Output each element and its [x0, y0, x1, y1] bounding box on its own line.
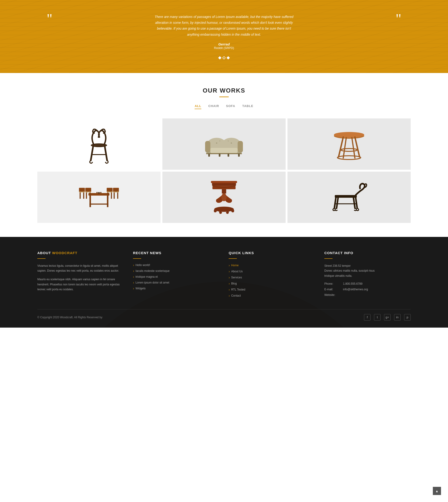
svg-point-19	[228, 140, 229, 141]
linkedin-icon[interactable]: in	[394, 314, 401, 320]
footer-bottom: © Copyright 2020 Woodcraft. All Rights R…	[37, 309, 411, 320]
svg-line-60	[336, 198, 338, 208]
svg-line-24	[343, 137, 346, 158]
news-item-5[interactable]: Widgets	[133, 287, 219, 290]
svg-line-59	[356, 198, 357, 208]
footer-about-title: ABOUT WOODCRAFT	[37, 251, 124, 255]
sofa-image	[175, 123, 273, 165]
svg-line-2	[91, 146, 93, 160]
quick-link-home[interactable]: Home	[229, 263, 315, 267]
contact-address: Street 238.52 tempor Donec ultrices matt…	[324, 263, 411, 279]
work-item-sofa[interactable]	[162, 119, 286, 170]
svg-point-16	[216, 142, 217, 144]
works-tabs: ALL CHAIR SOFA TABLE	[37, 104, 411, 109]
email-value: info@sktthemes.org	[343, 288, 368, 291]
footer-links-col: QUICK LINKS Home About Us Services Blog …	[229, 251, 315, 300]
footer-contact-underline	[324, 258, 333, 259]
footer-about-col: ABOUT WOODCRAFT Vivamus lectus ligula, c…	[37, 251, 124, 300]
news-item-1[interactable]: Hello world!	[133, 263, 219, 267]
testimonial-role: Reddit (SRPD)	[214, 46, 234, 50]
news-item-2[interactable]: Iaculis molestie scelerisque	[133, 269, 219, 273]
work-item-dining-set[interactable]	[37, 172, 160, 223]
footer-about-para2: Mauris eu scelerisque nibh. Aliquam vari…	[37, 277, 124, 292]
quick-link-contact[interactable]: Contact	[229, 294, 315, 298]
pinterest-icon[interactable]: p	[404, 314, 411, 320]
quick-link-services[interactable]: Services	[229, 276, 315, 279]
phone-value: 1.800.555.6789	[343, 282, 362, 285]
work-item-chair-ornate[interactable]	[37, 119, 160, 170]
svg-rect-9	[238, 141, 243, 152]
tab-chair[interactable]: CHAIR	[208, 104, 219, 109]
works-title-underline	[219, 96, 229, 97]
svg-rect-38	[86, 192, 87, 199]
contact-phone-row: Phone: 1.800.555.6789	[324, 282, 411, 285]
footer-copyright: © Copyright 2020 Woodcraft. All Rights R…	[37, 316, 102, 319]
svg-rect-12	[208, 153, 210, 157]
works-section: OUR WORKS ALL CHAIR SOFA TABLE	[0, 73, 448, 237]
work-item-table-round[interactable]	[288, 119, 411, 170]
svg-rect-46	[114, 192, 115, 199]
svg-rect-15	[238, 153, 240, 157]
svg-line-23	[355, 137, 360, 157]
dot-1[interactable]	[218, 56, 222, 60]
news-item-3[interactable]: tristique magna et	[133, 275, 219, 279]
svg-point-17	[219, 140, 220, 141]
chair-ornate-image	[50, 123, 148, 165]
pedestal-table-image	[175, 177, 273, 218]
tab-table[interactable]: TABLE	[242, 104, 253, 109]
news-item-4[interactable]: Lorem ipsum dolor sit amet	[133, 281, 219, 285]
work-item-bench-ornate[interactable]	[288, 172, 411, 223]
footer-grid: ABOUT WOODCRAFT Vivamus lectus ligula, c…	[37, 251, 411, 300]
svg-point-18	[231, 142, 232, 144]
facebook-icon[interactable]: f	[364, 314, 370, 320]
svg-rect-49	[96, 192, 97, 193]
svg-rect-42	[107, 192, 109, 199]
testimonial-author: Gerrad	[218, 42, 230, 46]
phone-label: Phone:	[324, 282, 341, 285]
svg-rect-54	[222, 189, 226, 194]
svg-line-25	[352, 137, 355, 158]
dining-set-image	[50, 177, 148, 218]
svg-rect-35	[83, 192, 84, 199]
svg-line-22	[338, 137, 343, 157]
testimonial-text: There are many variations of passages of…	[154, 14, 294, 38]
footer-news-underline	[133, 258, 141, 259]
bench-ornate-image	[300, 177, 398, 218]
email-label: E-mail:	[324, 288, 341, 291]
testimonial-dots	[219, 57, 229, 59]
contact-website-row: Website:	[324, 293, 411, 297]
dot-3[interactable]	[226, 56, 230, 60]
footer-social: f t g+ in p	[364, 314, 411, 320]
quick-link-rtl[interactable]: RTL Tested	[229, 288, 315, 291]
google-plus-icon[interactable]: g+	[384, 314, 391, 320]
svg-rect-34	[80, 192, 81, 199]
footer-section: ABOUT WOODCRAFT Vivamus lectus ligula, c…	[0, 237, 448, 328]
svg-rect-10	[210, 148, 238, 153]
footer-news-col: RECENT NEWS Hello world! Iaculis molesti…	[133, 251, 219, 300]
works-title: OUR WORKS	[37, 87, 411, 94]
svg-point-55	[222, 193, 226, 201]
dot-2[interactable]	[222, 56, 226, 60]
svg-rect-11	[206, 153, 242, 154]
svg-rect-43	[111, 192, 112, 199]
work-item-pedestal-table[interactable]	[162, 172, 286, 223]
svg-rect-50	[100, 192, 101, 193]
svg-point-21	[334, 132, 364, 137]
svg-point-27	[337, 156, 361, 159]
twitter-icon[interactable]: t	[374, 314, 381, 320]
svg-rect-31	[89, 204, 108, 205]
svg-rect-45	[113, 188, 119, 191]
svg-rect-47	[117, 192, 118, 199]
svg-point-56	[214, 207, 234, 212]
svg-rect-52	[211, 181, 237, 183]
tab-all[interactable]: ALL	[195, 104, 201, 109]
table-round-image	[300, 123, 398, 165]
quick-link-blog[interactable]: Blog	[229, 282, 315, 285]
svg-rect-14	[227, 153, 229, 157]
footer-about-para1: Vivamus lectus ligula, consectetur in li…	[37, 263, 124, 274]
svg-rect-37	[85, 188, 91, 191]
tab-sofa[interactable]: SOFA	[226, 104, 235, 109]
quick-link-about[interactable]: About Us	[229, 270, 315, 273]
quote-close-icon: "	[396, 12, 401, 26]
works-grid	[37, 119, 411, 223]
